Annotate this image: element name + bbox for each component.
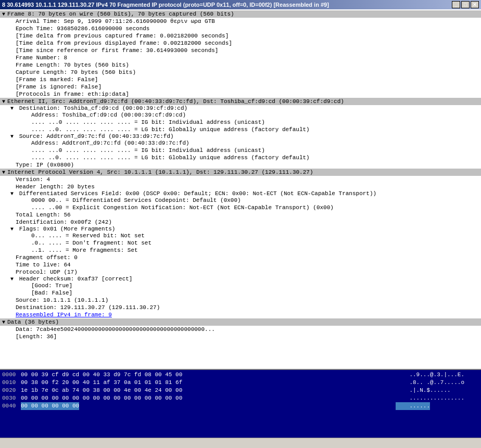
frame-line-6: Frame Length: 70 bytes (560 bits) — [5, 61, 481, 69]
hex-ascii-row-2: .|.N.$...... — [396, 387, 479, 394]
title-text: 8 30.614993 10.1.1.1 129.111.30.27 IPv4 … — [2, 2, 329, 8]
ip-checksum-expand-icon: ▼ — [10, 276, 14, 282]
frame-section-body: Arrival Time: Sep 9, 1999 07:11:26.61609… — [0, 18, 481, 98]
hex-ascii-0: ..9...@.3.|...E. — [396, 371, 464, 379]
ip-flags-header: Flags: 0x01 (More Fragments) — [19, 226, 116, 232]
ip-diffserv-expand-icon: ▼ — [10, 191, 14, 197]
eth-dest-line-1: .... ...0 .... .... .... .... = IG bit: … — [21, 119, 481, 126]
hex-row-0: 0000 00 00 39 cf d9 cd 00 40 33 d9 7c fd… — [2, 371, 391, 379]
ip-section-header[interactable]: ▼ Internet Protocol Version 4, Src: 10.1… — [0, 169, 481, 176]
eth-src-header: Source: AddtronT_d9:7c:fd (00:40:33:d9:7… — [19, 133, 174, 139]
close-button[interactable]: ✕ — [471, 1, 479, 8]
ip-diffserv-line-0: 0000 00.. = Differentiated Services Code… — [21, 197, 481, 204]
ip-section-body: Version: 4 Header length: 20 bytes ▼ Dif… — [0, 176, 481, 318]
data-section-title: Data (36 bytes) — [7, 319, 59, 325]
ip-diffserv-header: Differentiated Services Field: 0x00 (DSC… — [19, 190, 377, 197]
frame-line-3: [Time delta from previous displayed fram… — [5, 40, 481, 47]
hex-bytes-2: 1e 1b 7e 0c ab 74 00 38 00 00 4e 00 4e 2… — [21, 387, 182, 394]
frame-line-7: Capture Length: 70 bytes (560 bits) — [5, 69, 481, 76]
hex-ascii-3: ................ — [396, 394, 464, 402]
hex-offset-0: 0000 — [2, 371, 21, 379]
maximize-button[interactable]: □ — [461, 1, 470, 8]
frame-section-header[interactable]: ▼ Frame 8: 70 bytes on wire (560 bits), … — [0, 10, 481, 18]
hex-ascii-row-4: ...... — [396, 402, 479, 410]
minimize-button[interactable]: _ — [452, 1, 460, 8]
hex-bytes-0: 00 00 39 cf d9 cd 00 40 33 d9 7c fd 08 0… — [21, 371, 182, 379]
ip-line3-2: Protocol: UDP (17) — [5, 268, 481, 276]
frame-line-4: [Time since reference or first frame: 30… — [5, 47, 481, 54]
hex-row-1: 0010 00 38 00 f2 20 00 40 11 af 37 0a 01… — [2, 379, 391, 387]
frame-line-10: [Protocols in frame: eth:ip:data] — [5, 91, 481, 98]
eth-dest-header: Destination: Toshiba_cf:d9:cd (00:00:39:… — [19, 105, 187, 111]
hex-offset-3: 0030 — [2, 394, 21, 402]
ip-checksum-line-1: [Bad: False] — [21, 289, 481, 297]
hex-bytes-4: 00 00 00 00 00 00 — [21, 402, 79, 410]
ip-diffserv-body: 0000 00.. = Differentiated Services Code… — [5, 197, 481, 211]
ip-line2-0: Total Length: 56 — [5, 211, 481, 219]
main-content: ▼ Frame 8: 70 bytes on wire (560 bits), … — [0, 9, 481, 448]
hex-left-column: 0000 00 00 39 cf d9 cd 00 40 33 d9 7c fd… — [2, 371, 391, 437]
hex-row-2: 0020 1e 1b 7e 0c ab 74 00 38 00 00 4e 00… — [2, 387, 391, 394]
data-section-header[interactable]: ▼ Data (36 bytes) — [0, 318, 481, 326]
eth-src-line-2: .... ..0. .... .... .... .... = LG bit: … — [21, 154, 481, 161]
frame-expand-icon: ▼ — [2, 11, 5, 17]
hex-ascii-row-3: ................ — [396, 394, 479, 402]
ip-diffserv-line-1: .... ..00 = Explicit Congestion Notifica… — [21, 204, 481, 211]
hex-ascii-2: .|.N.$...... — [396, 387, 451, 394]
hex-row-3: 0030 00 00 00 00 00 00 00 00 00 00 00 00… — [2, 394, 391, 402]
hex-offset-4: 0040 — [2, 402, 21, 410]
eth-type-line: Type: IP (0x0800) — [5, 161, 481, 169]
hex-ascii-1: .8.. .@..7.....o — [396, 379, 464, 387]
ip-flags-line-0: 0... .... = Reserved bit: Not set — [21, 232, 481, 239]
ethernet-section-header[interactable]: ▼ Ethernet II, Src: AddtronT_d9:7c:fd (0… — [0, 98, 481, 105]
ip-checksum-body: [Good: True] [Bad: False] — [5, 282, 481, 297]
frame-line-5: Frame Number: 8 — [5, 54, 481, 61]
data-line-1: [Length: 36] — [5, 333, 481, 340]
data-expand-icon: ▼ — [2, 319, 5, 325]
ip-line-1: Header length: 20 bytes — [5, 183, 481, 190]
eth-src-line-1: .... ...0 .... .... .... .... = IG bit: … — [21, 147, 481, 154]
ip-diffserv-header-row[interactable]: ▼ Differentiated Services Field: 0x00 (D… — [5, 190, 481, 197]
ip-flags-line-2: ..1. .... = More fragments: Set — [21, 247, 481, 254]
ip-line3-0: Fragment offset: 0 — [5, 254, 481, 261]
status-bar — [0, 438, 481, 448]
eth-dest-line-2: .... ..0. .... .... .... .... = LG bit: … — [21, 126, 481, 133]
packet-detail-panel[interactable]: ▼ Frame 8: 70 bytes on wire (560 bits), … — [0, 9, 481, 370]
hex-bytes-3: 00 00 00 00 00 00 00 00 00 00 00 00 00 0… — [21, 394, 182, 402]
frame-line-0: Arrival Time: Sep 9, 1999 07:11:26.61609… — [5, 18, 481, 25]
hex-right-column: ..9...@.3.|...E. .8.. .@..7.....o .|.N.$… — [396, 371, 479, 437]
ip-section-title: Internet Protocol Version 4, Src: 10.1.1… — [7, 169, 313, 175]
ethernet-section-body: ▼ Destination: Toshiba_cf:d9:cd (00:00:3… — [0, 105, 481, 169]
ip-line-0: Version: 4 — [5, 176, 481, 183]
title-bar: 8 30.614993 10.1.1.1 129.111.30.27 IPv4 … — [0, 0, 481, 9]
ip-line2-1: Identification: 0x00f2 (242) — [5, 219, 481, 226]
eth-dest-header-row[interactable]: ▼ Destination: Toshiba_cf:d9:cd (00:00:3… — [5, 105, 481, 111]
eth-src-body: Address: AddtronT_d9:7c:fd (00:40:33:d9:… — [5, 139, 481, 161]
hex-ascii-4: ...... — [396, 402, 430, 410]
frame-line-9: [Frame is ignored: False] — [5, 83, 481, 91]
title-buttons: _ □ ✕ — [452, 1, 479, 8]
ip-flags-expand-icon: ▼ — [10, 226, 14, 232]
ip-checksum-line-0: [Good: True] — [21, 282, 481, 289]
eth-dest-expand-icon: ▼ — [10, 106, 14, 111]
frame-line-8: [Frame is marked: False] — [5, 76, 481, 83]
frame-line-2: [Time delta from previous captured frame… — [5, 32, 481, 40]
ip-reassembled-link[interactable]: Reassembled IPv4 in frame: 9 — [5, 311, 481, 318]
frame-section-title: Frame 8: 70 bytes on wire (560 bits), 70… — [7, 11, 234, 17]
ip-flags-header-row[interactable]: ▼ Flags: 0x01 (More Fragments) — [5, 226, 481, 232]
ip-line4-1: Destination: 129.111.30.27 (129.111.30.2… — [5, 304, 481, 311]
hex-panel: 0000 00 00 39 cf d9 cd 00 40 33 d9 7c fd… — [0, 370, 481, 438]
ethernet-expand-icon: ▼ — [2, 99, 5, 105]
eth-src-header-row[interactable]: ▼ Source: AddtronT_d9:7c:fd (00:40:33:d9… — [5, 133, 481, 139]
eth-dest-line-0: Address: Toshiba_cf:d9:cd (00:00:39:cf:d… — [21, 111, 481, 119]
data-section-body: Data: 7cab4ee500240000000000000000000000… — [0, 326, 481, 340]
hex-bytes-1: 00 38 00 f2 20 00 40 11 af 37 0a 01 01 0… — [21, 379, 182, 387]
ip-expand-icon: ▼ — [2, 170, 5, 175]
ip-checksum-header: Header checksum: 0xaf37 [correct] — [19, 276, 133, 282]
main-window: 8 30.614993 10.1.1.1 129.111.30.27 IPv4 … — [0, 0, 481, 448]
frame-line-1: Epoch Time: 936850286.616090000 seconds — [5, 25, 481, 32]
ip-line3-1: Time to live: 64 — [5, 261, 481, 268]
ip-flags-body: 0... .... = Reserved bit: Not set .0.. .… — [5, 232, 481, 254]
ip-checksum-header-row[interactable]: ▼ Header checksum: 0xaf37 [correct] — [5, 276, 481, 282]
ip-line4-0: Source: 10.1.1.1 (10.1.1.1) — [5, 297, 481, 304]
